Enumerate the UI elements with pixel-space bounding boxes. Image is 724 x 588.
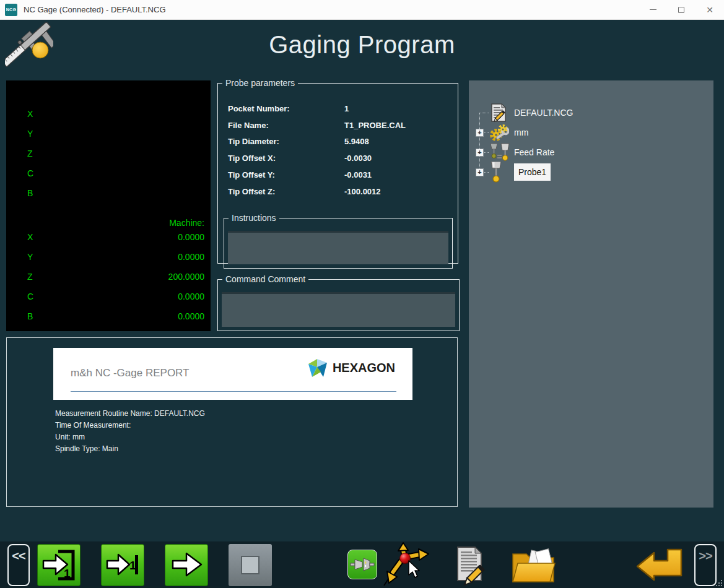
command-comment-textarea[interactable] (222, 292, 455, 327)
expand-toggle[interactable]: + (476, 149, 484, 157)
maximize-icon (678, 7, 684, 13)
window-title: NC Gage (Connected) - DEFAULT.NCG (24, 5, 166, 14)
run-arrow-icon (169, 548, 204, 582)
maximize-button[interactable] (667, 0, 696, 19)
expand-toggle[interactable]: + (476, 168, 484, 176)
instructions-group: Instructions (224, 213, 453, 269)
axis-label: B (27, 311, 33, 321)
axis-label: X (27, 232, 33, 242)
manual-jog-button[interactable] (382, 542, 432, 588)
param-label: Pocket Number: (228, 104, 344, 113)
open-program-button[interactable] (510, 547, 556, 586)
single-step-icon: 1 (105, 548, 140, 582)
param-row: File Name:T1_PROBE.CAL (228, 121, 453, 130)
param-label: Tip Offset Z: (228, 187, 344, 196)
svg-text:1: 1 (64, 567, 71, 580)
titlebar: NCG NC Gage (Connected) - DEFAULT.NCG ✕ (0, 0, 724, 20)
param-label: Tip Offset X: (228, 153, 344, 163)
resize-grip[interactable] (715, 579, 722, 586)
axis-value: 0.0000 (178, 252, 204, 262)
axis-label: Z (27, 272, 33, 282)
stop-button[interactable] (229, 544, 272, 586)
report-rule (71, 391, 396, 392)
tree-item-label: Feed Rate (514, 147, 554, 157)
param-value: -0.0031 (344, 170, 372, 179)
machine-position-row: B0.0000 (27, 311, 204, 321)
plug-connection-icon (350, 552, 375, 577)
report-title: m&h NC -Gage REPORT (71, 367, 189, 379)
hexagon-logo-text: HEXAGON (333, 361, 395, 375)
param-value: -0.0030 (344, 153, 372, 163)
program-tree-panel: DEFAULT.NCG + mm + Feed Rate + (469, 80, 713, 508)
hexagon-logo-mark-icon (308, 358, 328, 378)
axis-label-z: Z (27, 149, 33, 158)
run-to-end-icon: 1 (41, 548, 76, 582)
param-value: 1 (344, 104, 349, 113)
machine-position-row: Y0.0000 (27, 252, 204, 262)
param-label: Tip Diameter: (228, 137, 344, 146)
machine-position-row: X0.0000 (27, 232, 204, 242)
probe-parameters-group: Probe parameters Pocket Number:1 File Na… (217, 78, 458, 264)
axis-value: 0.0000 (178, 292, 204, 301)
command-comment-legend: Command Comment (222, 274, 308, 284)
tree-item-label: mm (514, 128, 528, 137)
axis-label: C (27, 292, 33, 301)
run-continuous-button[interactable] (165, 544, 208, 586)
instructions-legend: Instructions (229, 213, 279, 223)
command-comment-group: Command Comment (217, 274, 460, 331)
report-line: Time Of Measurement: (55, 421, 131, 430)
axis-label: Y (27, 252, 33, 262)
page-next-button[interactable]: >> (694, 544, 717, 586)
param-label: File Name: (228, 121, 344, 130)
nc-gage-window: { "window": { "app_icon_text": "NCG", "t… (0, 0, 724, 588)
param-value: 5.9408 (344, 137, 369, 146)
report-header-card: m&h NC -Gage REPORT HEXAGON (53, 348, 412, 400)
edit-report-button[interactable] (451, 545, 493, 587)
instructions-textarea[interactable] (228, 231, 448, 264)
expand-toggle[interactable]: + (476, 129, 484, 137)
hexagon-logo: HEXAGON (308, 358, 395, 378)
axis-value: 0.0000 (178, 311, 204, 321)
close-icon: ✕ (706, 5, 713, 15)
axis-label-b: B (27, 188, 33, 198)
param-row: Tip Diameter:5.9408 (228, 137, 453, 146)
back-button[interactable] (635, 547, 684, 584)
axis-value: 200.0000 (168, 272, 204, 282)
param-row: Tip Offset Y:-0.0031 (228, 170, 453, 179)
close-button[interactable]: ✕ (696, 0, 724, 19)
run-single-block-button[interactable]: 1 (101, 544, 144, 586)
probe-parameters-legend: Probe parameters (222, 78, 298, 88)
stop-icon (241, 556, 260, 574)
tree-item-label: DEFAULT.NCG (514, 108, 573, 118)
run-program-button[interactable]: 1 (37, 544, 81, 586)
machine-position-panel: X Y Z C B Machine: X0.0000 Y0.0000 Z200.… (6, 80, 211, 331)
param-value: T1_PROBE.CAL (344, 121, 406, 130)
param-label: Tip Offset Y: (228, 170, 344, 179)
open-folder-icon (511, 548, 556, 585)
probe-icon (489, 162, 503, 183)
page-title: Gaging Program (0, 31, 724, 59)
axis-label-y: Y (27, 129, 33, 139)
param-row: Tip Offset X:-0.0030 (228, 153, 453, 163)
jog-axes-icon (382, 542, 432, 588)
tree-item-label: Probe1 (514, 163, 551, 181)
param-row: Pocket Number:1 (228, 104, 453, 113)
minimize-button[interactable] (639, 0, 667, 19)
machine-position-row: Z200.0000 (27, 272, 204, 282)
axis-value: 0.0000 (178, 232, 204, 242)
report-line: Measurement Routine Name: DEFAULT.NCG (55, 409, 205, 418)
report-line: Spindle Type: Main (55, 444, 118, 453)
tree-guide (479, 113, 480, 172)
connection-button[interactable] (347, 550, 377, 579)
program-file-icon (489, 103, 508, 123)
axis-label-x: X (27, 109, 33, 119)
units-settings-icon (489, 123, 509, 142)
app-icon: NCG (5, 4, 17, 16)
param-value: -100.0012 (344, 187, 381, 196)
page-previous-button[interactable]: << (7, 544, 30, 586)
machine-column-header: Machine: (169, 218, 204, 228)
param-row: Tip Offset Z:-100.0012 (228, 187, 453, 196)
back-arrow-icon (635, 547, 684, 584)
tree-guide (479, 113, 489, 113)
report-line: Unit: mm (55, 433, 85, 441)
